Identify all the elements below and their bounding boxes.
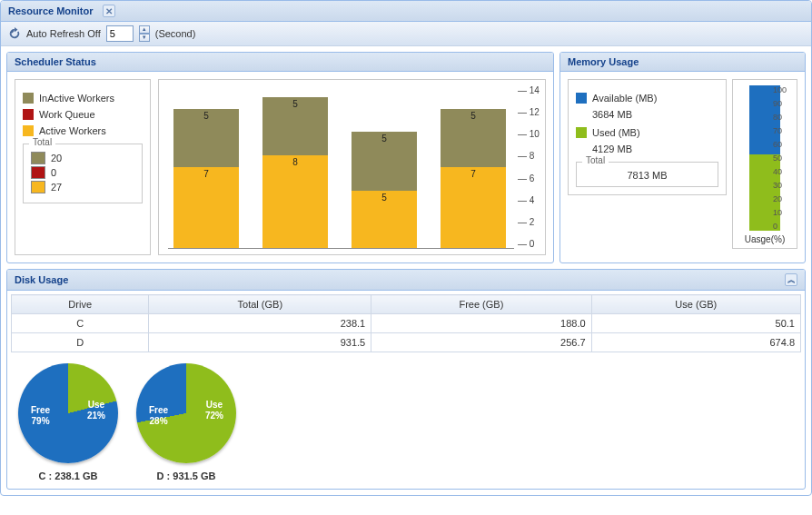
auto-refresh-label: Auto Refresh Off: [26, 28, 101, 39]
cell-total: 931.5: [149, 333, 371, 352]
bar-value: 8: [262, 157, 328, 167]
bar-value: 7: [173, 169, 239, 179]
total-inactive: 20: [51, 153, 62, 163]
bar-segment: 8: [262, 155, 328, 249]
col-total[interactable]: Total (GB): [149, 295, 371, 314]
resource-monitor-window: Resource Monitor ✕ Auto Refresh Off ▲ ▼ …: [0, 0, 812, 496]
bar-value: 5: [352, 134, 417, 144]
mem-tick: 70: [773, 126, 791, 135]
bar-segment: 5: [352, 191, 417, 249]
cell-free: 188.0: [371, 314, 591, 333]
legend-swatch-inactive: [23, 93, 34, 104]
cell-drive: C: [12, 314, 149, 333]
pie-caption: C : 238.1 GB: [18, 470, 118, 481]
scheduler-header: Scheduler Status: [7, 53, 553, 72]
interval-unit-label: (Second): [155, 28, 196, 39]
totals-label: Total: [29, 137, 55, 147]
memory-header: Memory Usage: [560, 53, 805, 72]
pie-use-label: Use72%: [205, 400, 223, 421]
disk-title: Disk Usage: [15, 274, 68, 285]
pie-chart: Free79%Use21%C : 238.1 GB: [18, 363, 118, 481]
memory-caption: Uasge(%): [737, 234, 793, 244]
total-swatch-active: [31, 181, 45, 193]
legend-swatch-active: [23, 125, 34, 136]
refresh-interval-input[interactable]: [106, 25, 134, 42]
bar-segment: 7: [441, 167, 506, 249]
chevron-up-icon[interactable]: ▲: [139, 25, 150, 34]
memory-bar-chart: 1009080706050403020100 Uasge(%): [732, 79, 797, 249]
mem-tick: 20: [773, 194, 791, 203]
cell-drive: D: [12, 333, 149, 352]
bar-value: 5: [173, 111, 239, 121]
legend-workqueue: Work Queue: [39, 109, 95, 120]
total-active: 27: [51, 182, 62, 193]
scheduler-status-panel: Scheduler Status InActive Workers Work Q…: [6, 52, 554, 263]
scheduler-title: Scheduler Status: [15, 56, 96, 67]
pie-caption: D : 931.5 GB: [136, 470, 236, 481]
y-tick: — 2: [518, 217, 541, 227]
window-titlebar[interactable]: Resource Monitor ✕: [1, 1, 811, 22]
refresh-icon[interactable]: [8, 27, 21, 40]
chevron-down-icon[interactable]: ▼: [139, 34, 150, 42]
memory-title: Memory Usage: [568, 56, 639, 67]
y-tick: — 0: [518, 239, 541, 249]
bar-stack: 58: [262, 97, 328, 249]
bar-value: 7: [441, 169, 506, 179]
mem-tick: 50: [773, 154, 791, 163]
cell-total: 238.1: [149, 314, 371, 333]
window-title: Resource Monitor: [8, 5, 94, 16]
bar-segment: 5: [352, 132, 417, 190]
bar-value: 5: [352, 193, 417, 203]
memory-usage-panel: Memory Usage Available (MB) 3684 MB Used…: [559, 52, 806, 263]
mem-available-label: Available (MB): [592, 93, 657, 104]
mem-available-value: 3684 MB: [592, 109, 718, 120]
scheduler-chart: 57585557 — 14— 12— 10— 8— 6— 4— 2— 0: [158, 79, 546, 255]
bar-stack: 55: [352, 132, 417, 249]
close-icon[interactable]: ✕: [103, 5, 115, 17]
collapse-icon[interactable]: ︽: [785, 273, 797, 286]
mem-tick: 60: [773, 140, 791, 149]
mem-tick: 0: [773, 222, 791, 231]
pie: Free28%Use72%: [136, 363, 236, 463]
pie-free-label: Free28%: [149, 405, 168, 427]
table-row[interactable]: C238.1188.050.1: [12, 314, 801, 333]
y-tick: — 4: [518, 195, 541, 205]
disk-table: Drive Total (GB) Free (GB) Use (GB) C238…: [11, 294, 801, 352]
pie-use-label: Use21%: [87, 400, 105, 421]
legend-active: Active Workers: [39, 125, 106, 136]
y-tick: — 14: [518, 85, 541, 95]
y-tick: — 12: [518, 107, 541, 117]
table-row[interactable]: D931.5256.7674.8: [12, 333, 801, 352]
bar-segment: 5: [262, 97, 328, 155]
disk-usage-panel: Disk Usage ︽ Drive Total (GB) Free (GB) …: [6, 269, 806, 490]
memory-total: Total 7813 MB: [576, 162, 718, 187]
legend-swatch-workqueue: [23, 109, 34, 120]
mem-swatch-available: [576, 93, 587, 104]
bar-segment: 5: [173, 109, 239, 167]
mem-total-value: 7813 MB: [627, 170, 667, 181]
mem-tick: 100: [773, 85, 791, 94]
bar-value: 5: [441, 111, 506, 121]
col-use[interactable]: Use (GB): [591, 295, 800, 314]
cell-free: 256.7: [371, 333, 591, 352]
interval-stepper[interactable]: ▲ ▼: [139, 25, 150, 42]
scheduler-legend: InActive Workers Work Queue Active Worke…: [15, 79, 151, 255]
memory-legend: Available (MB) 3684 MB Used (MB) 4129 MB…: [568, 79, 727, 195]
col-free[interactable]: Free (GB): [371, 295, 591, 314]
y-tick: — 10: [518, 129, 541, 139]
col-drive[interactable]: Drive: [12, 295, 149, 314]
total-swatch-inactive: [31, 152, 45, 164]
cell-use: 674.8: [591, 333, 800, 352]
bar-stack: 57: [441, 109, 506, 249]
mem-tick: 30: [773, 181, 791, 190]
mem-tick: 80: [773, 113, 791, 122]
mem-tick: 40: [773, 167, 791, 176]
bar-value: 5: [262, 99, 328, 109]
pie-free-label: Free79%: [31, 405, 50, 427]
toolbar: Auto Refresh Off ▲ ▼ (Second): [1, 22, 811, 46]
pie-chart: Free28%Use72%D : 931.5 GB: [136, 363, 236, 481]
mem-total-label: Total: [582, 155, 609, 165]
mem-used-label: Used (MB): [592, 127, 640, 138]
mem-swatch-used: [576, 127, 587, 138]
bar-segment: 5: [441, 109, 506, 167]
